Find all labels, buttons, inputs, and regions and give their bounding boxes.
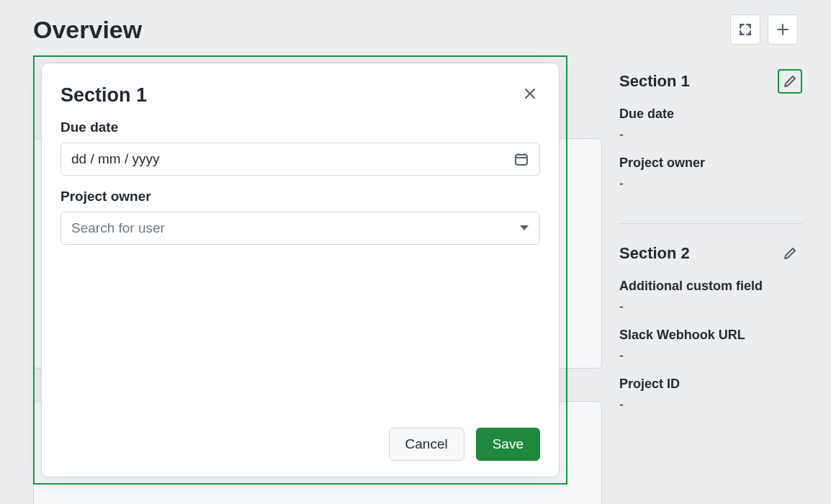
edit-section-modal: Section 1 Due date dd / mm / yyyy Projec… xyxy=(41,63,560,477)
field-project-owner: Project owner - xyxy=(619,156,802,192)
expand-button[interactable] xyxy=(730,14,760,45)
field-value: - xyxy=(619,300,802,315)
svg-rect-0 xyxy=(516,155,527,165)
pencil-icon xyxy=(783,74,797,89)
save-button[interactable]: Save xyxy=(476,428,540,461)
sidebar-section-1: Section 1 Due date - Project owner - xyxy=(619,69,802,219)
project-owner-select[interactable]: Search for user xyxy=(60,212,540,245)
project-owner-placeholder: Search for user xyxy=(71,220,165,236)
field-label: Project owner xyxy=(619,156,802,171)
close-button[interactable] xyxy=(520,84,540,107)
field-label: Slack Webhook URL xyxy=(619,328,802,343)
plus-icon xyxy=(776,22,790,37)
field-value: - xyxy=(619,397,802,413)
field-label: Additional custom field xyxy=(619,279,802,294)
section-title: Section 1 xyxy=(619,72,778,91)
modal-footer: Cancel Save xyxy=(60,428,540,461)
calendar-icon xyxy=(513,151,529,167)
edit-section-button[interactable] xyxy=(778,241,802,266)
pencil-icon xyxy=(783,246,797,261)
section-title: Section 2 xyxy=(619,244,778,263)
modal-header: Section 1 xyxy=(60,84,540,107)
expand-icon xyxy=(739,23,752,36)
field-label: Due date xyxy=(619,107,802,122)
header-actions xyxy=(730,14,798,45)
sidebar: Section 1 Due date - Project owner - Sec… xyxy=(619,52,802,440)
field-project-id: Project ID - xyxy=(619,377,802,413)
page-header: Overview xyxy=(0,0,831,52)
project-owner-group: Project owner Search for user xyxy=(60,189,540,245)
page-title: Overview xyxy=(33,16,730,44)
close-icon xyxy=(523,86,537,101)
chevron-down-icon xyxy=(519,225,529,232)
sidebar-section-2: Section 2 Additional custom field - Slac… xyxy=(619,223,802,440)
add-button[interactable] xyxy=(768,14,798,45)
section-header: Section 1 xyxy=(619,69,802,94)
project-owner-label: Project owner xyxy=(60,189,540,204)
field-custom: Additional custom field - xyxy=(619,279,802,315)
field-slack: Slack Webhook URL - xyxy=(619,328,802,364)
due-date-input[interactable]: dd / mm / yyyy xyxy=(60,143,540,176)
field-due-date: Due date - xyxy=(619,107,802,143)
field-label: Project ID xyxy=(619,377,802,392)
edit-section-button[interactable] xyxy=(778,69,802,94)
due-date-label: Due date xyxy=(60,120,540,135)
modal-title: Section 1 xyxy=(60,84,520,107)
section-header: Section 2 xyxy=(619,241,802,266)
field-value: - xyxy=(619,348,802,364)
field-value: - xyxy=(619,127,802,143)
due-date-group: Due date dd / mm / yyyy xyxy=(60,120,540,176)
due-date-placeholder: dd / mm / yyyy xyxy=(71,151,159,167)
cancel-button[interactable]: Cancel xyxy=(389,428,464,461)
field-value: - xyxy=(619,176,802,192)
